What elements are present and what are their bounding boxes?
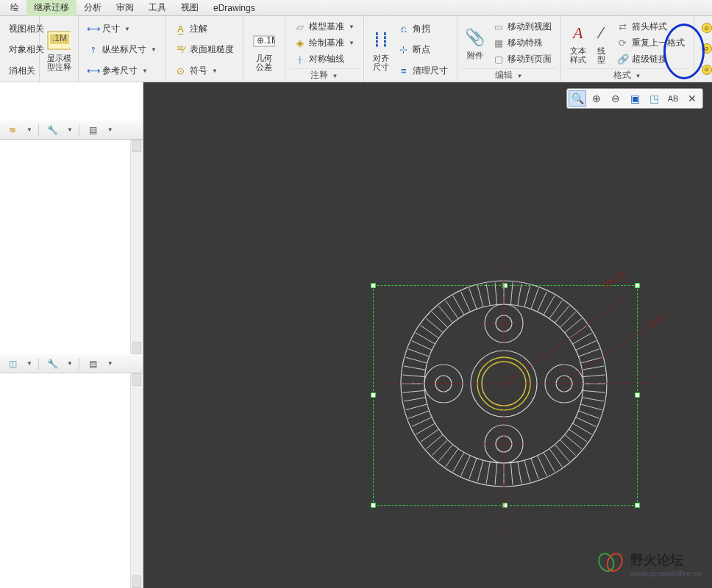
menu-item[interactable]: 视图 — [174, 0, 206, 16]
text-icon[interactable]: AB — [664, 90, 682, 107]
geom-tolerance-button[interactable]: ⊕.1M 几何 公差 — [248, 18, 280, 82]
arrow-style-button[interactable]: ⇄箭头样式 — [616, 19, 686, 35]
arrow-icon: ⇄ — [617, 21, 629, 32]
ribbon: 视图相关 对象相关 消相关 .1M 显示模 型注释 ⟷尺寸▼ ⫯纵坐标尺寸▼ ⟷… — [0, 16, 712, 82]
filter-icon[interactable]: 🔧 — [45, 356, 61, 371]
symmetry-axis-button[interactable]: ⟊对称轴线 — [293, 51, 356, 67]
svg-line-31 — [453, 453, 464, 472]
svg-text:Ø14: Ø14 — [647, 312, 666, 330]
smiley-icon: ☺ — [702, 43, 712, 54]
model-icon[interactable]: ◫ — [4, 356, 21, 371]
move-special-button[interactable]: ▦移动特殊 — [491, 35, 553, 51]
layer-icon[interactable]: ≋ — [4, 123, 21, 137]
svg-line-11 — [578, 411, 599, 418]
group-label-edit: 编辑 ▼ — [462, 68, 556, 82]
model-datum-button[interactable]: ▱模型基准▼ — [293, 19, 356, 35]
svg-line-57 — [469, 288, 477, 309]
cleanup-dim-button[interactable]: ≡清理尺寸 — [396, 63, 449, 79]
list-icon[interactable]: ▤ — [85, 356, 102, 371]
scrollbar[interactable] — [130, 140, 143, 354]
text-style-button[interactable]: A 文本 样式 — [566, 18, 591, 67]
menu-item[interactable]: 工具 — [141, 0, 174, 16]
move-to-view-button[interactable]: ▭移动到视图 — [491, 19, 553, 35]
jog-button[interactable]: ⎌角拐 — [396, 21, 449, 37]
attachment-icon: 📎 — [463, 26, 487, 49]
svg-line-38 — [412, 417, 432, 427]
svg-line-9 — [582, 398, 604, 401]
svg-point-105 — [597, 552, 616, 573]
svg-line-78 — [583, 375, 605, 377]
zoom-out-icon[interactable]: ⊖ — [607, 90, 624, 107]
break-icon: ⊹ — [398, 44, 410, 56]
svg-text:Ø6.35: Ø6.35 — [602, 268, 628, 290]
menu-item[interactable]: 继承迁移 — [26, 0, 76, 16]
watermark-name: 野火论坛 — [630, 551, 702, 569]
dimension-icon: ⟷ — [88, 23, 99, 35]
zoom-window-icon[interactable]: 🔍 — [569, 90, 586, 107]
panel-toolbar-bottom: ◫▼ 🔧▼ ▤▼ — [0, 354, 143, 373]
svg-line-39 — [408, 411, 429, 418]
watermark-url: www.proewildfire.cn — [630, 569, 702, 578]
surface-finish-button[interactable]: ³²∕表面粗糙度 — [174, 42, 235, 57]
ref-dim-button[interactable]: ⟷参考尺寸▼ — [86, 63, 158, 79]
hyperlink-button[interactable]: 🔗超级链接 — [616, 51, 686, 67]
line-style-button[interactable]: ∕ 线 型 — [591, 18, 613, 67]
scrollbar[interactable] — [130, 373, 143, 588]
show-model-annotations-button[interactable]: .1M 显示模 型注释 — [44, 18, 74, 82]
menu-item[interactable]: 审阅 — [109, 0, 141, 16]
list-icon[interactable]: ▤ — [85, 123, 102, 137]
svg-line-20 — [538, 456, 547, 476]
svg-line-67 — [544, 295, 555, 315]
svg-line-100 — [508, 295, 627, 382]
filter-icon[interactable]: 🔧 — [45, 123, 61, 137]
panel-body-bottom[interactable] — [0, 373, 143, 588]
svg-line-36 — [421, 429, 439, 442]
move-special-icon: ▦ — [493, 37, 505, 49]
move-view-icon: ▭ — [493, 21, 505, 32]
svg-line-10 — [580, 404, 602, 410]
svg-line-47 — [408, 349, 429, 356]
svg-line-32 — [446, 448, 458, 467]
svg-line-74 — [576, 341, 596, 351]
ordinate-dim-button[interactable]: ⫯纵坐标尺寸▼ — [86, 42, 158, 57]
panel-body-top[interactable] — [0, 140, 143, 354]
repeat-format-button[interactable]: ⟳重复上一格式 — [616, 35, 686, 51]
note-button[interactable]: A̲注解 — [174, 21, 235, 37]
svg-line-64 — [524, 286, 530, 307]
refit-icon[interactable]: ▣ — [626, 90, 644, 107]
svg-line-75 — [578, 349, 599, 356]
note-icon: A̲ — [175, 23, 187, 35]
drawing-canvas[interactable]: 🔍 ⊕ ⊖ ▣ ◳ AB ✕ — [143, 82, 712, 588]
move-to-page-button[interactable]: ▢移动到页面 — [491, 51, 553, 67]
attachment-button[interactable]: 📎 附件 — [462, 18, 488, 67]
svg-line-23 — [518, 462, 521, 484]
view-icon[interactable]: ◳ — [645, 90, 663, 107]
menu-item[interactable]: 绘 — [3, 0, 26, 16]
symbol-button[interactable]: ⊙符号▼ — [174, 63, 235, 79]
svg-line-24 — [510, 463, 513, 485]
watermark: 野火论坛 www.proewildfire.cn — [597, 551, 702, 578]
align-dim-button[interactable]: ┋┋ 对齐 尺寸 — [369, 18, 394, 82]
svg-line-27 — [486, 462, 490, 484]
draw-datum-button[interactable]: ◈绘制基准▼ — [293, 35, 356, 51]
svg-line-40 — [406, 404, 427, 410]
move-page-icon: ▢ — [493, 53, 505, 65]
menu-item[interactable]: 分析 — [76, 0, 109, 16]
svg-line-54 — [446, 301, 458, 319]
ref-dim-icon: ⟷ — [88, 65, 99, 77]
draw-datum-icon: ◈ — [294, 37, 306, 49]
dimension-button[interactable]: ⟷尺寸▼ — [86, 21, 158, 37]
tools-icon[interactable]: ✕ — [683, 90, 701, 107]
svg-line-19 — [544, 453, 555, 472]
smiley-icon: ☺ — [702, 23, 712, 33]
svg-line-14 — [569, 429, 587, 442]
svg-line-59 — [486, 284, 490, 306]
group-label-annotation: 注释 ▼ — [290, 68, 359, 82]
view-toolbar: 🔍 ⊕ ⊖ ▣ ◳ AB ✕ — [566, 88, 703, 109]
svg-line-46 — [406, 357, 427, 363]
zoom-in-icon[interactable]: ⊕ — [588, 90, 605, 107]
menu-item[interactable]: eDrawings — [206, 1, 263, 15]
svg-line-28 — [477, 460, 483, 481]
svg-point-106 — [605, 552, 624, 573]
break-button[interactable]: ⊹断点 — [396, 42, 449, 57]
